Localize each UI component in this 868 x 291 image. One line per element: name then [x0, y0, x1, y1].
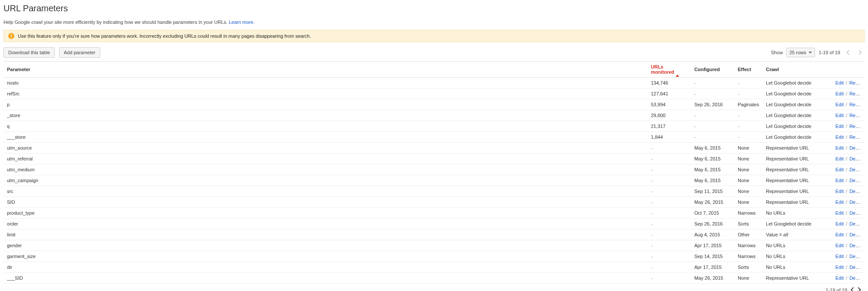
reset-link[interactable]: Reset	[849, 102, 862, 107]
table-row: utm_campaign-May 6, 2015NoneRepresentati…	[3, 175, 865, 186]
cell-urls: -	[647, 143, 691, 154]
edit-link[interactable]: Edit	[835, 189, 844, 194]
edit-link[interactable]: Edit	[835, 210, 844, 216]
cell-urls: 1,844	[647, 132, 691, 143]
reset-link[interactable]: Reset	[849, 134, 862, 140]
table-row: garment_size-Sep 14, 2015NarrowsNo URLsE…	[3, 251, 865, 262]
edit-link[interactable]: Edit	[835, 113, 844, 118]
cell-effect: Sorts	[734, 219, 762, 229]
col-urls-monitored-label: URLs monitored	[651, 64, 674, 75]
rows-select-value: 25 rows	[789, 50, 806, 55]
cell-parameter: q	[3, 121, 647, 132]
edit-link[interactable]: Edit	[835, 167, 844, 172]
action-sep: /	[844, 145, 849, 150]
cell-urls: -	[647, 154, 691, 164]
cell-actions: Edit / Delete	[832, 186, 865, 197]
table-row: nosto134,746--Let Googlebot decideEdit /…	[3, 78, 865, 88]
cell-crawl: Representative URL	[762, 154, 832, 164]
cell-actions: Edit / Reset	[832, 110, 865, 121]
edit-link[interactable]: Edit	[835, 232, 844, 237]
reset-link[interactable]: Reset	[849, 80, 862, 85]
col-crawl[interactable]: Crawl	[762, 62, 832, 78]
action-sep: /	[844, 134, 849, 140]
rows-select[interactable]: 25 rows	[786, 48, 815, 57]
action-sep: /	[844, 124, 849, 129]
delete-link[interactable]: Delete	[849, 254, 863, 259]
delete-link[interactable]: Delete	[849, 243, 863, 248]
table-row: utm_medium-May 6, 2015NoneRepresentative…	[3, 164, 865, 175]
delete-link[interactable]: Delete	[849, 265, 863, 270]
cell-crawl: No URLs	[762, 240, 832, 251]
table-row: p53,994Sep 26, 2016PaginatesLet Googlebo…	[3, 99, 865, 110]
edit-link[interactable]: Edit	[835, 275, 844, 281]
cell-actions: Edit / Reset	[832, 132, 865, 143]
action-sep: /	[844, 156, 849, 161]
delete-link[interactable]: Delete	[849, 275, 863, 281]
pager-range: 1-19 of 19	[818, 50, 840, 55]
cell-configured: May 6, 2015	[691, 175, 734, 186]
col-configured[interactable]: Configured	[691, 62, 734, 78]
col-actions	[832, 62, 865, 78]
add-parameter-button[interactable]: Add parameter	[59, 47, 100, 58]
delete-link[interactable]: Delete	[849, 210, 863, 216]
cell-actions: Edit / Reset	[832, 88, 865, 99]
table-row: refSrc127,641--Let Googlebot decideEdit …	[3, 88, 865, 99]
pager-prev-bottom[interactable]	[851, 287, 854, 291]
pager-next[interactable]	[856, 48, 865, 57]
pager-prev[interactable]	[844, 48, 852, 57]
edit-link[interactable]: Edit	[835, 91, 844, 96]
cell-parameter: refSrc	[3, 88, 647, 99]
delete-link[interactable]: Delete	[849, 178, 863, 183]
col-urls-monitored[interactable]: URLs monitored	[647, 62, 691, 78]
cell-actions: Edit / Delete	[832, 219, 865, 229]
warning-text: Use this feature only if you're sure how…	[18, 33, 311, 39]
cell-effect: -	[734, 110, 762, 121]
delete-link[interactable]: Delete	[849, 189, 863, 194]
table-header-row: Parameter URLs monitored Configured Effe…	[3, 62, 865, 78]
reset-link[interactable]: Reset	[849, 113, 862, 118]
intro-text-content: Help Google crawl your site more efficie…	[3, 20, 229, 25]
show-label: Show	[771, 50, 783, 55]
cell-crawl: Let Googlebot decide	[762, 121, 832, 132]
cell-actions: Edit / Delete	[832, 164, 865, 175]
cell-crawl: Let Googlebot decide	[762, 99, 832, 110]
cell-configured: Sep 26, 2016	[691, 219, 734, 229]
action-sep: /	[844, 102, 849, 107]
edit-link[interactable]: Edit	[835, 80, 844, 85]
edit-link[interactable]: Edit	[835, 145, 844, 150]
delete-link[interactable]: Delete	[849, 199, 863, 205]
col-effect[interactable]: Effect	[734, 62, 762, 78]
col-parameter[interactable]: Parameter	[3, 62, 647, 78]
delete-link[interactable]: Delete	[849, 156, 863, 161]
edit-link[interactable]: Edit	[835, 178, 844, 183]
delete-link[interactable]: Delete	[849, 232, 863, 237]
cell-effect: Sorts	[734, 262, 762, 273]
edit-link[interactable]: Edit	[835, 243, 844, 248]
edit-link[interactable]: Edit	[835, 134, 844, 140]
cell-urls: -	[647, 240, 691, 251]
cell-crawl: Representative URL	[762, 175, 832, 186]
edit-link[interactable]: Edit	[835, 102, 844, 107]
delete-link[interactable]: Delete	[849, 145, 863, 150]
edit-link[interactable]: Edit	[835, 124, 844, 129]
action-sep: /	[844, 243, 849, 248]
edit-link[interactable]: Edit	[835, 199, 844, 205]
delete-link[interactable]: Delete	[849, 221, 863, 226]
pager-next-bottom[interactable]	[858, 287, 861, 291]
cell-actions: Edit / Delete	[832, 240, 865, 251]
cell-parameter: limit	[3, 229, 647, 240]
table-row: q21,317--Let Googlebot decideEdit / Rese…	[3, 121, 865, 132]
cell-configured: May 26, 2015	[691, 273, 734, 284]
pager-range-bottom: 1-19 of 19	[825, 288, 847, 291]
cell-configured: -	[691, 121, 734, 132]
edit-link[interactable]: Edit	[835, 254, 844, 259]
learn-more-link[interactable]: Learn more.	[229, 20, 254, 25]
delete-link[interactable]: Delete	[849, 167, 863, 172]
download-button[interactable]: Download this table	[3, 47, 55, 58]
reset-link[interactable]: Reset	[849, 91, 862, 96]
edit-link[interactable]: Edit	[835, 221, 844, 226]
reset-link[interactable]: Reset	[849, 124, 862, 129]
edit-link[interactable]: Edit	[835, 265, 844, 270]
edit-link[interactable]: Edit	[835, 156, 844, 161]
cell-urls: -	[647, 273, 691, 284]
